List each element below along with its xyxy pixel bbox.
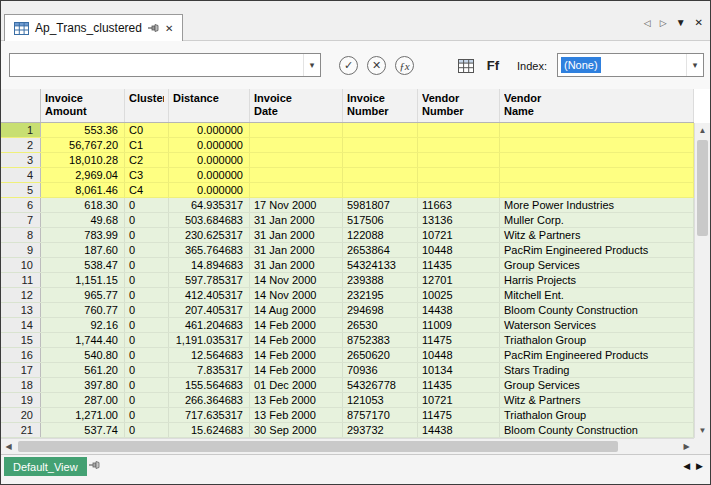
cell-cluster[interactable]: C0: [125, 123, 169, 137]
cell-amount[interactable]: 92.16: [41, 318, 125, 332]
cell-amount[interactable]: 1,271.00: [41, 408, 125, 422]
cell-vendor_number[interactable]: [418, 153, 500, 167]
scroll-down-icon[interactable]: ▼: [695, 423, 710, 438]
table-row[interactable]: 9187.600365.76468331 Jan 200026538641044…: [1, 243, 694, 258]
cell-vendor_name[interactable]: [500, 153, 694, 167]
cell-date[interactable]: [250, 153, 343, 167]
vertical-scrollbar[interactable]: ▲ ▼: [694, 123, 710, 438]
cell-vendor_number[interactable]: 11009: [418, 318, 500, 332]
cell-amount[interactable]: 760.77: [41, 303, 125, 317]
cell-date[interactable]: 31 Jan 2000: [250, 228, 343, 242]
column-header-amount[interactable]: InvoiceAmount: [41, 89, 125, 122]
cell-distance[interactable]: 0.000000: [169, 138, 250, 152]
table-row[interactable]: 12965.770412.40531714 Nov 20002321951002…: [1, 288, 694, 303]
table-row[interactable]: 16540.80012.56468314 Feb 200026506201044…: [1, 348, 694, 363]
scroll-up-icon[interactable]: ▲: [695, 123, 710, 138]
row-number[interactable]: 11: [1, 273, 41, 287]
table-row[interactable]: 17561.2007.83531714 Feb 20007093610134St…: [1, 363, 694, 378]
cell-distance[interactable]: 412.405317: [169, 288, 250, 302]
cell-vendor_name[interactable]: [500, 138, 694, 152]
table-row[interactable]: 151,744.4001,191.03531714 Feb 2000875238…: [1, 333, 694, 348]
table-row[interactable]: 318,010.28C20.000000: [1, 153, 694, 168]
cell-invoice_number[interactable]: 5981807: [343, 198, 418, 212]
clear-filter-button[interactable]: ✕: [367, 56, 386, 75]
cell-vendor_name[interactable]: Muller Corp.: [500, 213, 694, 227]
cell-cluster[interactable]: 0: [125, 228, 169, 242]
cell-cluster[interactable]: 0: [125, 198, 169, 212]
cell-vendor_name[interactable]: Triathalon Group: [500, 333, 694, 347]
cell-vendor_name[interactable]: Bloom County Construction: [500, 303, 694, 317]
cell-distance[interactable]: 503.684683: [169, 213, 250, 227]
cell-vendor_number[interactable]: 11475: [418, 408, 500, 422]
cell-invoice_number[interactable]: 517506: [343, 213, 418, 227]
column-header-distance[interactable]: Distance: [169, 89, 250, 122]
cell-distance[interactable]: 7.835317: [169, 363, 250, 377]
apply-filter-button[interactable]: ✓: [339, 56, 358, 75]
cell-cluster[interactable]: C2: [125, 153, 169, 167]
cell-invoice_number[interactable]: 54326778: [343, 378, 418, 392]
cell-date[interactable]: 31 Jan 2000: [250, 243, 343, 257]
cell-invoice_number[interactable]: [343, 153, 418, 167]
cell-distance[interactable]: 12.564683: [169, 348, 250, 362]
cell-vendor_name[interactable]: [500, 123, 694, 137]
cell-vendor_number[interactable]: 11663: [418, 198, 500, 212]
cell-date[interactable]: 14 Feb 2000: [250, 348, 343, 362]
row-number[interactable]: 13: [1, 303, 41, 317]
cell-vendor_number[interactable]: 10134: [418, 363, 500, 377]
cell-vendor_name[interactable]: Waterson Services: [500, 318, 694, 332]
cell-date[interactable]: [250, 183, 343, 197]
vertical-scrollbar-thumb[interactable]: [697, 140, 708, 236]
view-pin-icon[interactable]: [89, 460, 100, 470]
cell-cluster[interactable]: 0: [125, 318, 169, 332]
table-row[interactable]: 1492.160461.20468314 Feb 20002653011009W…: [1, 318, 694, 333]
table-row[interactable]: 111,151.150597.78531714 Nov 200023938812…: [1, 273, 694, 288]
cell-distance[interactable]: 0.000000: [169, 153, 250, 167]
row-number[interactable]: 5: [1, 183, 41, 197]
cell-vendor_name[interactable]: Stars Trading: [500, 363, 694, 377]
cell-invoice_number[interactable]: [343, 183, 418, 197]
cell-date[interactable]: [250, 168, 343, 182]
cell-amount[interactable]: 56,767.20: [41, 138, 125, 152]
row-number[interactable]: 17: [1, 363, 41, 377]
row-number[interactable]: 2: [1, 138, 41, 152]
row-number[interactable]: 19: [1, 393, 41, 407]
document-tab[interactable]: Ap_Trans_clustered ✕: [4, 14, 183, 41]
edit-expression-button[interactable]: ƒx: [395, 56, 414, 75]
cell-date[interactable]: 30 Sep 2000: [250, 423, 343, 437]
table-row[interactable]: 8783.990230.62531731 Jan 200012208810721…: [1, 228, 694, 243]
row-number[interactable]: 12: [1, 288, 41, 302]
cell-vendor_number[interactable]: [418, 138, 500, 152]
row-number[interactable]: 8: [1, 228, 41, 242]
cell-cluster[interactable]: 0: [125, 243, 169, 257]
cell-invoice_number[interactable]: [343, 168, 418, 182]
horizontal-scrollbar-thumb[interactable]: [18, 441, 618, 452]
cell-vendor_number[interactable]: 12701: [418, 273, 500, 287]
cell-vendor_name[interactable]: Harris Projects: [500, 273, 694, 287]
cell-distance[interactable]: 1,191.035317: [169, 333, 250, 347]
tab-scroll-left-icon[interactable]: ◁: [644, 18, 651, 28]
cell-vendor_number[interactable]: [418, 123, 500, 137]
cell-distance[interactable]: 597.785317: [169, 273, 250, 287]
cell-cluster[interactable]: 0: [125, 303, 169, 317]
cell-vendor_number[interactable]: [418, 183, 500, 197]
cell-amount[interactable]: 49.68: [41, 213, 125, 227]
row-number[interactable]: 21: [1, 423, 41, 437]
cell-vendor_number[interactable]: 11475: [418, 333, 500, 347]
cell-vendor_number[interactable]: 10721: [418, 228, 500, 242]
column-header-vendor_number[interactable]: VendorNumber: [418, 89, 500, 122]
cell-date[interactable]: 31 Jan 2000: [250, 213, 343, 227]
view-tab-default-view[interactable]: Default_View: [4, 457, 87, 476]
cell-vendor_number[interactable]: 10721: [418, 393, 500, 407]
cell-cluster[interactable]: 0: [125, 363, 169, 377]
cell-date[interactable]: 14 Nov 2000: [250, 273, 343, 287]
tab-scroll-right-icon[interactable]: ▷: [660, 18, 667, 28]
cell-cluster[interactable]: 0: [125, 288, 169, 302]
cell-cluster[interactable]: C4: [125, 183, 169, 197]
table-row[interactable]: 13760.770207.40531714 Aug 20002946981443…: [1, 303, 694, 318]
table-row[interactable]: 10538.47014.89468331 Jan 200054324133114…: [1, 258, 694, 273]
row-number[interactable]: 9: [1, 243, 41, 257]
cell-invoice_number[interactable]: 2653864: [343, 243, 418, 257]
table-layout-button[interactable]: [456, 56, 476, 75]
column-header-vendor_name[interactable]: VendorName: [500, 89, 694, 122]
cell-distance[interactable]: 0.000000: [169, 168, 250, 182]
